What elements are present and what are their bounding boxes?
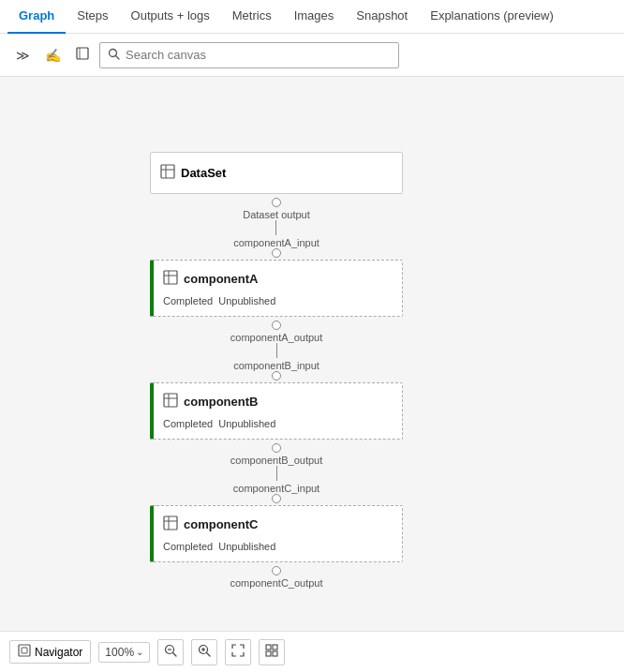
component-a-icon [163,270,178,288]
component-c-status2: Unpublished [218,541,275,552]
svg-rect-4 [161,165,174,178]
svg-rect-13 [164,516,177,530]
svg-rect-7 [164,271,177,284]
component-c-icon [163,515,178,533]
component-c-title: componentC [184,517,258,531]
component-b-node[interactable]: componentB Completed Unpublished [150,382,403,440]
dataset-node[interactable]: DataSet [150,152,403,194]
component-b-status2: Unpublished [218,418,275,429]
component-b-status1: Completed [163,418,213,429]
dataset-icon [160,164,175,182]
select-tool-button[interactable] [69,42,96,68]
component-c-node[interactable]: componentC Completed Unpublished [150,505,403,562]
zoom-in-icon [198,644,211,660]
component-a-title: componentA [184,272,258,286]
tab-images[interactable]: Images [283,0,346,34]
navigate-forward-icon: ≫ [16,48,30,63]
component-b-icon [163,393,178,411]
svg-rect-0 [77,48,88,59]
tab-bar: Graph Steps Outputs + logs Metrics Image… [0,0,624,34]
svg-line-24 [207,653,211,657]
connector-dataset-output: Dataset output componentA_input [233,194,319,260]
fit-to-screen-icon [231,644,245,660]
navigator-icon [18,644,31,660]
zoom-out-icon [164,644,177,660]
grid-icon [265,644,278,660]
pipeline-container: DataSet Dataset output componentA_input … [150,152,403,589]
svg-line-3 [116,55,120,59]
component-b-title: componentB [184,395,258,409]
connector-a-to-b: componentA_output componentB_input [230,317,322,382]
toolbar: ≫ ✍ [0,34,624,77]
connector-b-to-c: componentB_output componentC_input [230,440,322,505]
svg-rect-26 [273,645,277,650]
svg-rect-16 [19,645,30,656]
component-a-status1: Completed [163,295,213,306]
search-box[interactable] [99,42,399,68]
hand-tool-button[interactable]: ✍ [39,42,66,68]
svg-line-20 [173,653,177,657]
component-a-node[interactable]: componentA Completed Unpublished [150,260,403,317]
navigator-button[interactable]: Navigator [9,640,91,664]
svg-rect-25 [266,645,271,650]
zoom-chevron-icon: ⌄ [136,647,143,657]
tab-snapshot[interactable]: Snapshot [345,0,419,34]
svg-rect-10 [164,394,177,407]
zoom-in-button[interactable] [191,639,217,665]
search-input[interactable] [126,48,391,62]
zoom-level-display[interactable]: 100% ⌄ [98,642,150,663]
hand-icon: ✍ [45,48,61,63]
tab-steps[interactable]: Steps [66,0,119,34]
grid-button[interactable] [259,639,285,665]
tab-explanations[interactable]: Explanations (preview) [419,0,565,34]
svg-rect-17 [22,648,27,653]
connector-c-output: componentC_output [230,562,322,589]
component-a-status2: Unpublished [218,295,275,306]
zoom-value: 100% [105,646,134,659]
search-icon [108,48,120,63]
dataset-title: DataSet [181,166,226,180]
tab-outputs-logs[interactable]: Outputs + logs [120,0,221,34]
svg-rect-27 [266,651,271,656]
navigator-label: Navigator [35,646,82,659]
select-icon [76,47,89,63]
canvas-area: DataSet Dataset output componentA_input … [0,77,624,631]
svg-rect-28 [273,651,277,656]
navigate-forward-button[interactable]: ≫ [9,42,36,68]
component-c-status1: Completed [163,541,213,552]
fit-to-screen-button[interactable] [225,639,251,665]
zoom-out-button[interactable] [157,639,184,665]
tab-graph[interactable]: Graph [7,0,66,34]
bottom-bar: Navigator 100% ⌄ [0,631,624,672]
tab-metrics[interactable]: Metrics [221,0,283,34]
